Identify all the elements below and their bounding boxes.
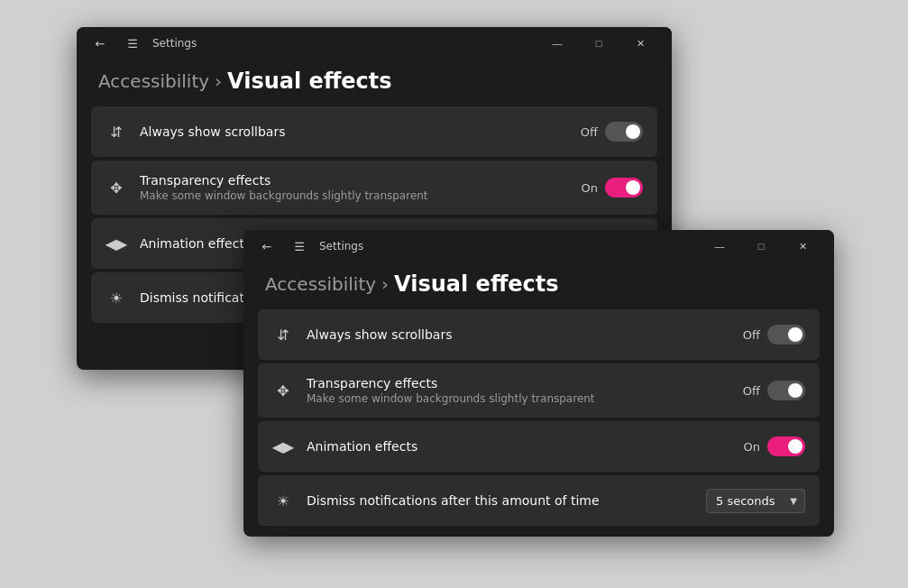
window-front: ← ☰ Settings — □ ✕ Accessibility › Visua…	[243, 230, 834, 537]
settings-list-front: ⇵ Always show scrollbars Off ✥ Transpare…	[243, 309, 834, 526]
titlebar-title-back: Settings	[152, 37, 197, 50]
dismiss-icon-front: ☀	[272, 490, 294, 511]
scrollbars-content-front: Always show scrollbars	[307, 327, 743, 342]
scrollbars-content-back: Always show scrollbars	[140, 124, 581, 139]
scrollbars-thumb-back	[626, 124, 640, 139]
titlebar-back: ← ☰ Settings — □ ✕	[77, 27, 672, 60]
animation-toggle-front[interactable]	[767, 436, 805, 456]
scrollbars-state-front: Off	[743, 328, 760, 342]
menu-button-front[interactable]: ☰	[287, 234, 312, 259]
dismiss-setting-front: ☀ Dismiss notifications after this amoun…	[258, 475, 820, 526]
scrollbars-setting-front: ⇵ Always show scrollbars Off	[258, 309, 820, 360]
scrollbars-control-back: Off	[581, 122, 643, 142]
animation-state-front: On	[744, 440, 760, 454]
transparency-label-back: Transparency effects	[140, 173, 582, 188]
breadcrumb-back: Accessibility › Visual effects	[98, 69, 650, 94]
transparency-toggle-back[interactable]	[605, 178, 643, 198]
scrollbars-toggle-back[interactable]	[605, 122, 643, 142]
dismiss-dropdown[interactable]: 5 seconds ▼	[706, 489, 805, 513]
dismiss-label-front: Dismiss notifications after this amount …	[307, 493, 706, 508]
transparency-thumb-front	[788, 383, 803, 398]
scrollbars-icon-front: ⇵	[272, 324, 294, 345]
breadcrumb-current-back: Visual effects	[227, 69, 392, 94]
dismiss-dropdown-value: 5 seconds	[716, 494, 775, 508]
chevron-down-icon: ▼	[790, 496, 797, 506]
scrollbars-icon-back: ⇵	[105, 121, 127, 142]
animation-icon-back: ◀▶	[105, 233, 127, 254]
scrollbars-thumb-front	[788, 327, 803, 342]
breadcrumb-parent-front: Accessibility	[265, 273, 376, 295]
page-header-back: Accessibility › Visual effects	[77, 60, 672, 106]
dismiss-icon-back: ☀	[105, 287, 127, 308]
maximize-button-back[interactable]: □	[578, 27, 619, 60]
breadcrumb-current-front: Visual effects	[394, 271, 559, 297]
transparency-content-front: Transparency effects Make some window ba…	[307, 376, 743, 405]
transparency-sublabel-front: Make some window backgrounds slightly tr…	[307, 392, 743, 405]
close-button-back[interactable]: ✕	[619, 27, 661, 60]
close-button-front[interactable]: ✕	[782, 230, 823, 262]
scrollbars-label-back: Always show scrollbars	[140, 124, 581, 139]
animation-content-front: Animation effects	[307, 439, 744, 454]
minimize-button-front[interactable]: —	[699, 230, 740, 262]
animation-thumb-front	[788, 439, 803, 454]
transparency-icon-front: ✥	[272, 380, 294, 401]
scrollbars-control-front: Off	[743, 325, 805, 345]
transparency-sublabel-back: Make some window backgrounds slightly tr…	[140, 189, 582, 202]
dismiss-content-front: Dismiss notifications after this amount …	[307, 493, 706, 508]
scrollbars-label-front: Always show scrollbars	[307, 327, 743, 342]
titlebar-title-front: Settings	[319, 240, 363, 253]
animation-control-front: On	[744, 436, 805, 456]
back-button-front[interactable]: ←	[254, 234, 280, 259]
animation-setting-front: ◀▶ Animation effects On	[258, 421, 820, 472]
window-controls-front: — □ ✕	[699, 230, 823, 262]
transparency-state-front: Off	[743, 384, 760, 398]
maximize-button-front[interactable]: □	[740, 230, 782, 262]
back-button-back[interactable]: ←	[87, 31, 113, 56]
transparency-control-back: On	[582, 178, 643, 198]
page-header-front: Accessibility › Visual effects	[243, 262, 834, 309]
transparency-thumb-back	[626, 180, 640, 195]
animation-icon-front: ◀▶	[272, 436, 294, 457]
breadcrumb-arrow-front: ›	[381, 273, 389, 295]
scrollbars-setting-back: ⇵ Always show scrollbars Off	[91, 106, 657, 157]
transparency-state-back: On	[582, 181, 598, 195]
transparency-toggle-front[interactable]	[767, 381, 805, 400]
menu-button-back[interactable]: ☰	[120, 31, 145, 56]
dismiss-control-front: 5 seconds ▼	[706, 489, 805, 513]
breadcrumb-parent-back: Accessibility	[98, 70, 209, 92]
window-controls-back: — □ ✕	[537, 27, 661, 60]
transparency-setting-back: ✥ Transparency effects Make some window …	[91, 161, 657, 215]
animation-label-front: Animation effects	[307, 439, 744, 454]
titlebar-front: ← ☰ Settings — □ ✕	[243, 230, 834, 262]
breadcrumb-arrow-back: ›	[215, 70, 222, 92]
transparency-content-back: Transparency effects Make some window ba…	[140, 173, 582, 202]
scrollbars-state-back: Off	[581, 125, 598, 139]
transparency-control-front: Off	[743, 381, 805, 400]
transparency-icon-back: ✥	[105, 177, 127, 198]
transparency-setting-front: ✥ Transparency effects Make some window …	[258, 363, 820, 418]
transparency-label-front: Transparency effects	[307, 376, 743, 390]
minimize-button-back[interactable]: —	[537, 27, 578, 60]
breadcrumb-front: Accessibility › Visual effects	[265, 271, 812, 297]
scrollbars-toggle-front[interactable]	[767, 325, 805, 345]
